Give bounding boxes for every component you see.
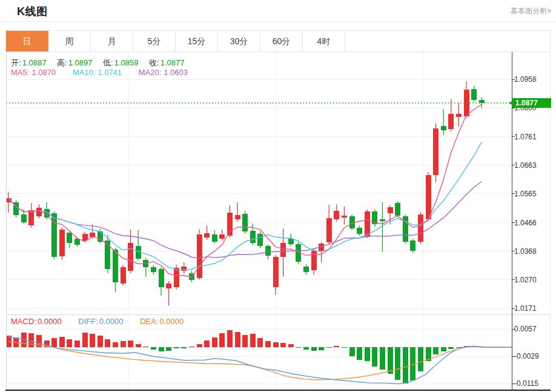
- ohlc-readout: 开:1.0887 高:1.0897 低:1.0859 收:1.0877: [11, 58, 193, 68]
- open-value: 1.0887: [22, 58, 47, 67]
- macd-axis-label: -0.0029: [514, 352, 549, 360]
- price-axis-label: 1.0171: [514, 304, 549, 313]
- dea-label: DEA:: [140, 317, 158, 326]
- ma10-value: 1.0741: [98, 68, 122, 77]
- macd-label: MACD:: [11, 317, 36, 326]
- ma20-label: MA20:: [139, 68, 162, 77]
- close-value: 1.0877: [161, 58, 185, 67]
- kline-page: K线图 基本面分析> 日 周 月 5分 15分 30分 60分 4时 开:1.0…: [0, 0, 556, 392]
- price-axis-label: 1.0663: [514, 161, 549, 170]
- ma5-value: 1.0870: [31, 68, 56, 77]
- ma5-label: MA5:: [11, 68, 29, 77]
- ma10-label: MA10:: [73, 68, 96, 77]
- low-value: 1.0859: [114, 58, 139, 67]
- price-axis-label: 1.0761: [514, 133, 549, 141]
- price-axis-label: 1.0466: [514, 219, 549, 227]
- macd-axis-label: -0.0115: [514, 379, 549, 388]
- open-label: 开:: [11, 58, 21, 67]
- macd-readout: MACD:0.0000 DIFF:0.0000 DEA:0.0000: [11, 317, 198, 326]
- price-axis-label: 1.0270: [514, 276, 549, 284]
- high-label: 高:: [57, 58, 67, 67]
- kline-chart-area[interactable]: 开:1.0887 高:1.0897 低:1.0859 收:1.0877 MA5:…: [0, 0, 556, 392]
- price-axis-label: 1.0958: [514, 75, 549, 84]
- diff-label: DIFF:: [78, 317, 98, 326]
- current-price-badge: 1.0877: [512, 98, 551, 108]
- price-axis-label: 1.0368: [514, 247, 549, 256]
- close-label: 收:: [149, 58, 159, 67]
- dea-value: 0.0000: [160, 317, 184, 326]
- macd-axis-label: 0.0057: [514, 325, 549, 333]
- diff-value: 0.0000: [99, 317, 124, 326]
- ma-readout: MA5:1.0870 MA10:1.0741 MA20:1.0603: [11, 68, 202, 77]
- low-label: 低:: [103, 58, 113, 67]
- ma20-value: 1.0603: [164, 68, 188, 77]
- macd-value: 0.0000: [38, 317, 62, 326]
- price-axis-label: 1.0565: [514, 190, 549, 198]
- high-value: 1.0897: [68, 58, 93, 67]
